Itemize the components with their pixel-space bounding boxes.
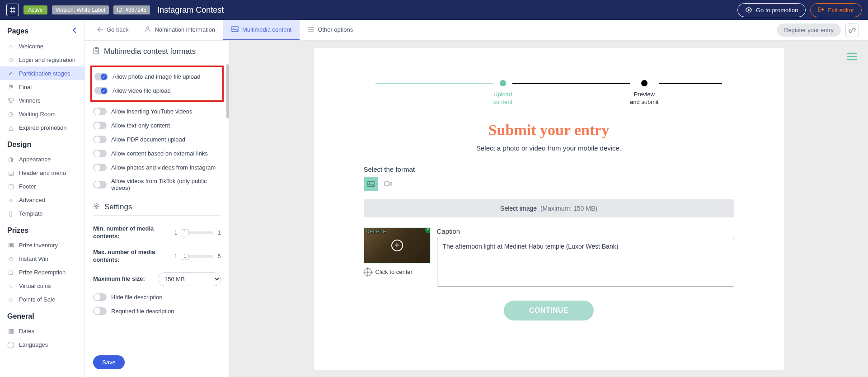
format-video-button[interactable] — [381, 177, 395, 191]
sidebar-item-redemption[interactable]: ◻Prize Redemption — [0, 265, 84, 279]
logo-button[interactable] — [6, 4, 19, 16]
sidebar-item-label: Template — [19, 210, 43, 217]
footer-icon: ▢ — [7, 183, 14, 190]
setting-label: Min. number of media contents: — [93, 225, 165, 240]
tab-other[interactable]: Other options — [300, 20, 361, 40]
toggle-switch[interactable] — [93, 293, 107, 301]
sidebar-item-label: Expired promotion — [19, 124, 67, 131]
toggle-photo-upload: ✓ Allow photo and image file upload — [92, 70, 222, 84]
svg-point-1 — [147, 27, 149, 29]
sidebar-item-login[interactable]: ☺Login and registration — [0, 53, 84, 66]
coin-icon: ○ — [7, 282, 14, 289]
toggle-switch[interactable] — [93, 164, 107, 171]
sidebar-item-dates[interactable]: ▦Dates — [0, 324, 84, 338]
svg-point-5 — [95, 205, 97, 207]
warning-icon: △ — [7, 124, 14, 131]
sidebar-item-header[interactable]: ▤Header and menu — [0, 166, 84, 179]
sidebar-item-label: Winners — [19, 97, 41, 104]
sidebar-item-expired[interactable]: △Expired promotion — [0, 121, 84, 134]
toggle-switch[interactable] — [93, 181, 107, 188]
sidebar-group-pages: Pages — [0, 20, 84, 39]
file-icon: ▯ — [7, 210, 14, 217]
toggle-switch[interactable] — [93, 136, 107, 143]
caption-label: Caption — [437, 227, 734, 235]
toggle-switch[interactable] — [93, 150, 107, 157]
slider-min: 1 — [174, 253, 178, 259]
toggle-label: Allow content based on external links — [111, 150, 208, 157]
exit-editor-button[interactable]: Exit editor — [810, 3, 862, 17]
sidebar-item-appearance[interactable]: ◑Appearance — [0, 152, 84, 166]
home-icon: ⌂ — [7, 42, 14, 50]
sidebar-item-virtual-coins[interactable]: ○Virtual coins — [0, 279, 84, 292]
toggle-switch[interactable] — [93, 108, 107, 115]
sidebar-item-pos[interactable]: ⌂Points of Sale — [0, 292, 84, 306]
permalink-button[interactable] — [845, 24, 859, 37]
sidebar-item-advanced[interactable]: ⟐Advanced — [0, 193, 84, 207]
slider-handle[interactable]: 1 — [181, 253, 189, 260]
tab-label: Multimedia content — [242, 26, 291, 33]
select-image-button[interactable]: Select image (Maximum: 150 MB) — [364, 199, 734, 217]
preview-hamburger-button[interactable] — [847, 50, 857, 64]
slider-handle[interactable]: 1 — [181, 229, 189, 236]
toggle-switch[interactable] — [93, 122, 107, 129]
step-dot-upload — [500, 80, 506, 86]
caption-input[interactable] — [437, 238, 734, 287]
go-back-tab[interactable]: Go back — [89, 20, 136, 40]
toggle-label: Allow video file upload — [113, 87, 171, 94]
max-size-select[interactable]: 150 MB — [158, 272, 221, 286]
sidebar-item-participation[interactable]: ✓Participation stages — [0, 66, 84, 80]
collapse-sidebar-button[interactable] — [72, 26, 77, 36]
slider[interactable]: 1 — [182, 255, 213, 258]
goto-label: Go to promotion — [756, 7, 798, 14]
media-thumbnail[interactable]: DELETE ✓ ✛ — [364, 227, 431, 264]
sidebar-item-waiting[interactable]: ◷Waiting Room — [0, 107, 84, 121]
check-icon: ✓ — [425, 227, 431, 233]
toggle-switch[interactable]: ✓ — [94, 73, 108, 80]
svg-point-0 — [748, 9, 750, 11]
sidebar-group-design: Design — [0, 134, 84, 152]
scrollbar[interactable] — [226, 64, 229, 118]
sidebar-item-label: Advanced — [19, 197, 45, 203]
continue-button[interactable]: CONTINUE — [504, 301, 594, 320]
tab-nomination[interactable]: Nomination information — [136, 20, 223, 40]
click-to-center-button[interactable]: Click to center — [364, 268, 431, 276]
svg-point-7 — [369, 182, 370, 184]
delete-media-button[interactable]: DELETE — [366, 229, 387, 234]
sidebar-item-prize-inventory[interactable]: ▣Prize inventory — [0, 238, 84, 252]
check-icon: ✓ — [7, 70, 14, 77]
slider-max: 5 — [218, 253, 221, 259]
sidebar-item-languages[interactable]: ◯Languages — [0, 338, 84, 351]
preview-area: Uploadcontent Previewand submit Submit y… — [230, 41, 868, 377]
slider[interactable]: 1 — [182, 231, 213, 234]
goto-promotion-button[interactable]: Go to promotion — [737, 3, 806, 17]
list-icon — [308, 26, 314, 33]
trophy-icon: 🏆︎ — [7, 97, 14, 104]
gift-icon: ▣ — [7, 241, 14, 249]
hash-icon — [9, 6, 16, 14]
format-photo-button[interactable] — [364, 177, 378, 191]
sidebar-item-template[interactable]: ▯Template — [0, 207, 84, 220]
toggle-switch[interactable]: ✓ — [94, 87, 108, 94]
code-icon: ⟐ — [7, 196, 14, 203]
globe-icon: ◯ — [7, 341, 14, 348]
exit-icon — [818, 6, 824, 14]
toggle-switch[interactable] — [93, 307, 107, 315]
sidebar-item-instant-win[interactable]: ◇Instant Win — [0, 252, 84, 265]
setting-max-media: Max. number of media contents: 1 1 5 — [93, 245, 221, 268]
register-entry-button[interactable]: Register your entry — [777, 24, 841, 37]
sidebar-item-welcome[interactable]: ⌂Welcome — [0, 39, 84, 53]
save-button[interactable]: Save — [93, 355, 125, 369]
setting-label: Max. number of media contents: — [93, 249, 165, 264]
image-icon — [367, 181, 375, 187]
toggle-label: Hide file description — [111, 294, 162, 301]
palette-icon: ◑ — [7, 156, 14, 163]
sidebar-item-winners[interactable]: 🏆︎Winners — [0, 94, 84, 107]
slider-max: 1 — [218, 230, 221, 236]
sidebar-item-final[interactable]: ⚑Final — [0, 80, 84, 94]
format-label: Select the format — [364, 165, 734, 173]
toggle-hide-desc: Hide file description — [93, 290, 221, 304]
sidebar-item-label: Instant Win — [19, 255, 48, 262]
tab-multimedia[interactable]: Multimedia content — [223, 20, 300, 40]
center-target-icon: ✛ — [391, 240, 403, 251]
sidebar-item-footer[interactable]: ▢Footer — [0, 179, 84, 193]
